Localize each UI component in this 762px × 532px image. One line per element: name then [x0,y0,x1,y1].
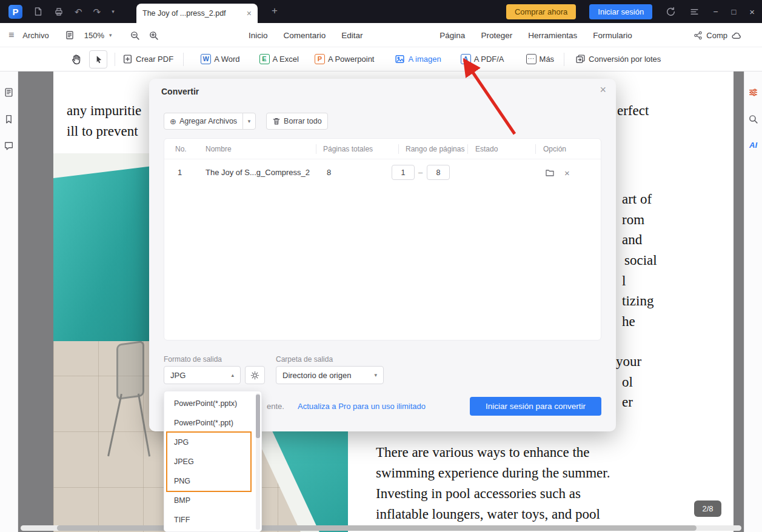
tab-pagina[interactable]: Página [439,31,465,40]
minimize-icon[interactable]: − [713,7,718,16]
main-menu-icon[interactable] [689,7,700,17]
right-panel: AI [744,71,762,532]
page-view-icon[interactable] [65,30,75,40]
format-option-pptx[interactable]: PowerPoint(*.pptx) [164,394,261,413]
convert-dialog: Convertir × ⊕ Agregar Archivos ▾ Borrar … [149,79,616,431]
body-text-fragment: and [622,232,642,248]
add-files-dropdown-icon[interactable]: ▾ [242,113,256,130]
body-text-fragment: he [622,314,635,330]
format-option-ppt[interactable]: PowerPoint(*.ppt) [164,413,261,433]
tab-close-icon[interactable]: × [247,8,252,18]
more-icon: ⋯ [526,54,536,64]
new-document-icon[interactable] [33,7,43,16]
tab-formulario[interactable]: Formulario [593,31,632,40]
pool-chair [112,342,154,461]
format-option-bmp[interactable]: BMP [164,491,261,510]
tab-inicio[interactable]: Inicio [249,31,268,40]
to-powerpoint-button[interactable]: P A Powerpoint [315,54,375,64]
maximize-icon[interactable]: □ [731,7,736,16]
output-folder-label: Carpeta de salida [276,355,333,364]
pdfa-icon: A [461,54,471,64]
comment-panel-icon[interactable] [4,141,14,151]
body-text-fragment: tizing [622,293,653,309]
body-text-fragment: erfect [617,103,649,119]
document-tab[interactable]: The Joy of ...press_2.pdf × [136,4,258,23]
to-excel-button[interactable]: E A Excel [259,54,299,64]
row-total-pages: 8 [327,168,331,177]
select-caret-up-icon: ▴ [231,372,234,378]
tab-proteger[interactable]: Proteger [481,31,512,40]
range-to-input[interactable] [427,165,450,180]
create-pdf-button[interactable]: Crear PDF [122,54,173,64]
to-image-button[interactable]: A imagen [395,54,441,64]
col-nombre: Nombre [206,145,232,153]
zoom-in-icon[interactable] [149,30,159,41]
batch-convert-button[interactable]: Conversión por lotes [575,54,661,64]
output-format-label: Formato de salida [164,355,222,364]
properties-panel-icon[interactable] [748,87,758,98]
bookmark-panel-icon[interactable] [4,114,14,124]
tab-editar[interactable]: Editar [341,31,363,40]
body-text-fragment: social [624,253,657,268]
body-text-fragment: l [622,273,626,289]
window-close-icon[interactable]: × [749,7,755,17]
horizontal-scrollbar-thumb[interactable] [57,525,697,531]
hand-tool-icon[interactable] [70,53,82,65]
file-menu[interactable]: Archivo [22,31,48,40]
zoom-level[interactable]: 150% [84,31,104,40]
sync-icon[interactable] [666,7,676,17]
row-filename: The Joy of S...g_Compress_2 [206,168,310,177]
horizontal-scrollbar[interactable] [21,525,741,531]
row-number: 1 [178,168,182,177]
ai-assistant-icon[interactable]: AI [749,141,757,150]
redo-icon[interactable]: ↷ [93,7,101,16]
add-files-button[interactable]: ⊕ Agregar Archivos [164,113,243,130]
zoom-caret-icon[interactable]: ▾ [109,32,112,38]
buy-now-button[interactable]: Comprar ahora [506,4,576,19]
dropdown-scrollbar-thumb[interactable] [256,394,260,438]
undo-history-caret-icon[interactable]: ▾ [112,9,115,15]
tab-herramientas[interactable]: Herramientas [528,31,577,40]
dialog-close-icon[interactable]: × [600,84,606,96]
format-option-jpeg[interactable]: JPEG [164,452,261,471]
search-icon[interactable] [748,114,758,124]
format-settings-button[interactable] [245,366,265,384]
login-button[interactable]: Iniciar sesión [589,4,652,19]
body-text-fragment: rom [622,212,644,228]
share-label[interactable]: Comp [706,31,727,40]
clear-all-button[interactable]: Borrar todo [266,113,328,130]
format-option-png[interactable]: PNG [164,471,261,491]
format-option-jpg[interactable]: JPG [164,433,261,452]
output-format-select[interactable]: JPG ▴ [164,366,241,384]
col-rango: Rango de páginas [406,145,464,153]
new-tab-icon[interactable]: + [272,5,278,17]
cloud-icon[interactable] [731,30,741,41]
range-from-input[interactable] [392,165,415,180]
print-icon[interactable] [54,7,64,16]
select-tool-icon[interactable] [89,50,107,68]
left-panel [0,71,18,532]
more-convert-button[interactable]: ⋯ Más [526,54,555,64]
document-tab-title: The Joy of ...press_2.pdf [142,9,243,18]
to-word-button[interactable]: W A Word [201,54,239,64]
thumbnail-panel-icon[interactable] [4,87,14,98]
upgrade-pro-link[interactable]: Actualiza a Pro para un uso ilimitado [298,402,426,411]
format-option-tiff[interactable]: TIFF [164,510,261,530]
share-icon[interactable] [693,31,703,40]
dialog-title: Convertir [161,87,199,96]
remove-file-icon[interactable]: × [564,168,570,178]
convert-login-button[interactable]: Iniciar sesión para convertir [470,397,601,416]
convert-toolbar: Crear PDF W A Word E A Excel P A Powerpo… [0,47,762,71]
undo-icon[interactable]: ↶ [75,7,82,16]
body-text-fragment: art of [622,191,652,207]
open-folder-icon[interactable] [545,168,555,178]
col-no: No. [175,145,187,153]
file-menu-icon[interactable]: ≡ [8,30,14,41]
excel-icon: E [259,54,270,64]
to-pdfa-button[interactable]: A A PDF/A [461,54,504,64]
output-folder-select[interactable]: Directorio de origen ▾ [276,366,384,384]
tab-comentario[interactable]: Comentario [284,31,326,40]
body-text-fragment: ill to prevent [67,124,138,139]
zoom-out-icon[interactable] [130,30,140,41]
trash-icon [272,117,281,125]
